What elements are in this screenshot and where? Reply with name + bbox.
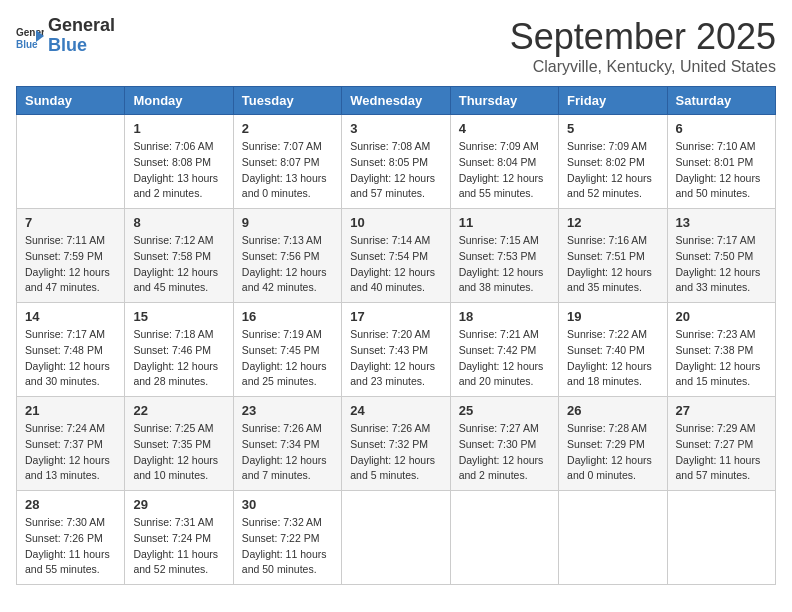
calendar-cell: 29Sunrise: 7:31 AMSunset: 7:24 PMDayligh…: [125, 491, 233, 585]
day-number: 24: [350, 403, 441, 418]
day-info: Sunrise: 7:17 AMSunset: 7:48 PMDaylight:…: [25, 327, 116, 390]
day-info: Sunrise: 7:22 AMSunset: 7:40 PMDaylight:…: [567, 327, 658, 390]
calendar-cell: 19Sunrise: 7:22 AMSunset: 7:40 PMDayligh…: [559, 303, 667, 397]
day-number: 25: [459, 403, 550, 418]
day-info: Sunrise: 7:27 AMSunset: 7:30 PMDaylight:…: [459, 421, 550, 484]
day-info: Sunrise: 7:16 AMSunset: 7:51 PMDaylight:…: [567, 233, 658, 296]
calendar-cell: 5Sunrise: 7:09 AMSunset: 8:02 PMDaylight…: [559, 115, 667, 209]
weekday-header-row: SundayMondayTuesdayWednesdayThursdayFrid…: [17, 87, 776, 115]
header: General Blue General Blue September 2025…: [16, 16, 776, 76]
day-number: 23: [242, 403, 333, 418]
calendar-cell: 25Sunrise: 7:27 AMSunset: 7:30 PMDayligh…: [450, 397, 558, 491]
calendar-cell: 18Sunrise: 7:21 AMSunset: 7:42 PMDayligh…: [450, 303, 558, 397]
calendar-week-row: 1Sunrise: 7:06 AMSunset: 8:08 PMDaylight…: [17, 115, 776, 209]
calendar-cell: 15Sunrise: 7:18 AMSunset: 7:46 PMDayligh…: [125, 303, 233, 397]
day-info: Sunrise: 7:32 AMSunset: 7:22 PMDaylight:…: [242, 515, 333, 578]
calendar-week-row: 28Sunrise: 7:30 AMSunset: 7:26 PMDayligh…: [17, 491, 776, 585]
day-info: Sunrise: 7:09 AMSunset: 8:04 PMDaylight:…: [459, 139, 550, 202]
day-info: Sunrise: 7:11 AMSunset: 7:59 PMDaylight:…: [25, 233, 116, 296]
day-info: Sunrise: 7:23 AMSunset: 7:38 PMDaylight:…: [676, 327, 767, 390]
calendar-cell: 6Sunrise: 7:10 AMSunset: 8:01 PMDaylight…: [667, 115, 775, 209]
logo-icon: General Blue: [16, 22, 44, 50]
day-info: Sunrise: 7:25 AMSunset: 7:35 PMDaylight:…: [133, 421, 224, 484]
day-info: Sunrise: 7:28 AMSunset: 7:29 PMDaylight:…: [567, 421, 658, 484]
calendar-cell: 10Sunrise: 7:14 AMSunset: 7:54 PMDayligh…: [342, 209, 450, 303]
weekday-header-thursday: Thursday: [450, 87, 558, 115]
day-number: 2: [242, 121, 333, 136]
title-block: September 2025 Claryville, Kentucky, Uni…: [510, 16, 776, 76]
day-number: 19: [567, 309, 658, 324]
day-number: 13: [676, 215, 767, 230]
day-number: 29: [133, 497, 224, 512]
calendar-cell: 4Sunrise: 7:09 AMSunset: 8:04 PMDaylight…: [450, 115, 558, 209]
calendar-cell: 8Sunrise: 7:12 AMSunset: 7:58 PMDaylight…: [125, 209, 233, 303]
calendar-cell: 3Sunrise: 7:08 AMSunset: 8:05 PMDaylight…: [342, 115, 450, 209]
day-info: Sunrise: 7:19 AMSunset: 7:45 PMDaylight:…: [242, 327, 333, 390]
calendar-cell: 28Sunrise: 7:30 AMSunset: 7:26 PMDayligh…: [17, 491, 125, 585]
day-info: Sunrise: 7:30 AMSunset: 7:26 PMDaylight:…: [25, 515, 116, 578]
calendar-cell: [17, 115, 125, 209]
day-info: Sunrise: 7:12 AMSunset: 7:58 PMDaylight:…: [133, 233, 224, 296]
calendar-cell: 9Sunrise: 7:13 AMSunset: 7:56 PMDaylight…: [233, 209, 341, 303]
day-number: 10: [350, 215, 441, 230]
day-info: Sunrise: 7:24 AMSunset: 7:37 PMDaylight:…: [25, 421, 116, 484]
calendar-cell: 7Sunrise: 7:11 AMSunset: 7:59 PMDaylight…: [17, 209, 125, 303]
day-number: 1: [133, 121, 224, 136]
day-number: 14: [25, 309, 116, 324]
calendar-cell: [450, 491, 558, 585]
calendar-cell: 30Sunrise: 7:32 AMSunset: 7:22 PMDayligh…: [233, 491, 341, 585]
logo-blue: Blue: [48, 36, 115, 56]
day-info: Sunrise: 7:18 AMSunset: 7:46 PMDaylight:…: [133, 327, 224, 390]
calendar-table: SundayMondayTuesdayWednesdayThursdayFrid…: [16, 86, 776, 585]
weekday-header-wednesday: Wednesday: [342, 87, 450, 115]
weekday-header-friday: Friday: [559, 87, 667, 115]
day-number: 3: [350, 121, 441, 136]
day-info: Sunrise: 7:20 AMSunset: 7:43 PMDaylight:…: [350, 327, 441, 390]
day-info: Sunrise: 7:14 AMSunset: 7:54 PMDaylight:…: [350, 233, 441, 296]
month-title: September 2025: [510, 16, 776, 58]
day-info: Sunrise: 7:10 AMSunset: 8:01 PMDaylight:…: [676, 139, 767, 202]
logo-general: General: [48, 16, 115, 36]
calendar-cell: 14Sunrise: 7:17 AMSunset: 7:48 PMDayligh…: [17, 303, 125, 397]
calendar-cell: [559, 491, 667, 585]
location-title: Claryville, Kentucky, United States: [510, 58, 776, 76]
day-number: 15: [133, 309, 224, 324]
day-number: 6: [676, 121, 767, 136]
day-info: Sunrise: 7:07 AMSunset: 8:07 PMDaylight:…: [242, 139, 333, 202]
day-number: 20: [676, 309, 767, 324]
day-number: 5: [567, 121, 658, 136]
calendar-cell: 13Sunrise: 7:17 AMSunset: 7:50 PMDayligh…: [667, 209, 775, 303]
day-number: 22: [133, 403, 224, 418]
calendar-week-row: 7Sunrise: 7:11 AMSunset: 7:59 PMDaylight…: [17, 209, 776, 303]
calendar-cell: 24Sunrise: 7:26 AMSunset: 7:32 PMDayligh…: [342, 397, 450, 491]
calendar-cell: 16Sunrise: 7:19 AMSunset: 7:45 PMDayligh…: [233, 303, 341, 397]
day-number: 26: [567, 403, 658, 418]
calendar-cell: 22Sunrise: 7:25 AMSunset: 7:35 PMDayligh…: [125, 397, 233, 491]
calendar-cell: 20Sunrise: 7:23 AMSunset: 7:38 PMDayligh…: [667, 303, 775, 397]
day-number: 4: [459, 121, 550, 136]
day-info: Sunrise: 7:26 AMSunset: 7:34 PMDaylight:…: [242, 421, 333, 484]
day-number: 11: [459, 215, 550, 230]
calendar-cell: 27Sunrise: 7:29 AMSunset: 7:27 PMDayligh…: [667, 397, 775, 491]
calendar-cell: 11Sunrise: 7:15 AMSunset: 7:53 PMDayligh…: [450, 209, 558, 303]
day-number: 16: [242, 309, 333, 324]
day-info: Sunrise: 7:08 AMSunset: 8:05 PMDaylight:…: [350, 139, 441, 202]
day-number: 18: [459, 309, 550, 324]
calendar-week-row: 21Sunrise: 7:24 AMSunset: 7:37 PMDayligh…: [17, 397, 776, 491]
logo: General Blue General Blue: [16, 16, 115, 56]
day-number: 8: [133, 215, 224, 230]
calendar-cell: 21Sunrise: 7:24 AMSunset: 7:37 PMDayligh…: [17, 397, 125, 491]
day-number: 9: [242, 215, 333, 230]
calendar-cell: 12Sunrise: 7:16 AMSunset: 7:51 PMDayligh…: [559, 209, 667, 303]
calendar-cell: 17Sunrise: 7:20 AMSunset: 7:43 PMDayligh…: [342, 303, 450, 397]
calendar-cell: [667, 491, 775, 585]
day-number: 28: [25, 497, 116, 512]
calendar-cell: 1Sunrise: 7:06 AMSunset: 8:08 PMDaylight…: [125, 115, 233, 209]
day-number: 27: [676, 403, 767, 418]
weekday-header-tuesday: Tuesday: [233, 87, 341, 115]
day-info: Sunrise: 7:09 AMSunset: 8:02 PMDaylight:…: [567, 139, 658, 202]
calendar-cell: 23Sunrise: 7:26 AMSunset: 7:34 PMDayligh…: [233, 397, 341, 491]
calendar-cell: 26Sunrise: 7:28 AMSunset: 7:29 PMDayligh…: [559, 397, 667, 491]
weekday-header-monday: Monday: [125, 87, 233, 115]
weekday-header-saturday: Saturday: [667, 87, 775, 115]
